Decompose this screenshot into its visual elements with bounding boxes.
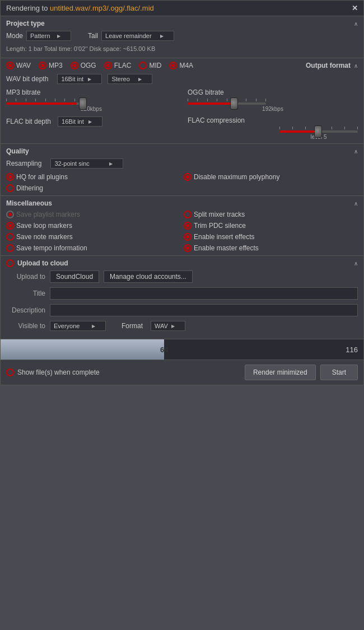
manage-accounts-button[interactable]: Manage cloud accounts...	[104, 270, 193, 283]
show-files-label: Show file(s) when complete	[17, 368, 100, 376]
mp3-slider-thumb[interactable]	[79, 97, 87, 110]
save-loop-markers-label: Save loop markers	[16, 222, 72, 230]
stereo-dropdown[interactable]: Stereo	[108, 74, 152, 84]
show-files-toggle[interactable]	[6, 368, 14, 376]
filename-text: untitled.wav/.mp3/.ogg/.flac/.mid	[50, 4, 154, 12]
enable-master-radio[interactable]	[184, 244, 192, 252]
output-format-header: WAV MP3 OGG FLAC MID	[6, 62, 358, 69]
save-playlist-markers-label: Save playlist markers	[16, 211, 80, 218]
quality-chevron[interactable]: ∧	[354, 148, 358, 155]
ogg-slider-thumb[interactable]	[230, 97, 238, 110]
bottom-buttons: Render minimized Start	[245, 365, 358, 380]
ogg-bitrate-label: OGG bitrate	[188, 88, 224, 96]
disable-polyphony-option[interactable]: Disable maximum polyphony	[184, 173, 358, 181]
save-note-markers-radio[interactable]	[6, 233, 14, 241]
soundcloud-button[interactable]: SoundCloud	[50, 270, 99, 283]
dithering-radio[interactable]	[6, 184, 14, 192]
tail-value: Leave remainder	[105, 32, 152, 39]
disable-polyphony-label: Disable maximum polyphony	[194, 173, 279, 181]
save-playlist-markers-option[interactable]: Save playlist markers	[6, 211, 180, 218]
upload-title: Upload to cloud	[17, 259, 68, 267]
flac-bit-depth-value: 16Bit int	[62, 118, 84, 125]
mp3-label: MP3	[49, 62, 63, 69]
window-title: Rendering to untitled.wav/.mp3/.ogg/.fla…	[6, 4, 154, 12]
trim-pdc-radio[interactable]	[184, 222, 192, 230]
dithering-label: Dithering	[16, 184, 43, 192]
disable-polyphony-radio[interactable]	[184, 173, 192, 181]
quality-title: Quality	[6, 147, 29, 155]
save-note-markers-option[interactable]: Save note markers	[6, 233, 180, 241]
wav-bit-depth-dropdown[interactable]: 16Bit int	[57, 74, 102, 84]
bottom-bar: Show file(s) when complete Render minimi…	[1, 360, 363, 385]
mp3-bitrate-group: MP3 bitrate	[6, 88, 176, 112]
output-format-section: WAV MP3 OGG FLAC MID	[1, 58, 363, 144]
quality-options: HQ for all plugins Disable maximum polyp…	[6, 173, 358, 192]
wav-label: WAV	[16, 62, 31, 69]
tail-dropdown[interactable]: Leave remainder	[101, 31, 174, 41]
mid-radio[interactable]	[139, 62, 147, 69]
format-dropdown[interactable]: WAV	[151, 321, 185, 331]
save-loop-markers-radio[interactable]	[6, 222, 14, 230]
mp3-bitrate-value: 320kbps	[6, 106, 176, 112]
start-button[interactable]: Start	[320, 365, 358, 380]
ogg-bitrate-value: 192kbps	[188, 106, 358, 112]
output-format-chevron[interactable]: ∧	[354, 63, 358, 69]
split-mixer-option[interactable]: Split mixer tracks	[184, 211, 358, 218]
description-input[interactable]	[50, 304, 358, 316]
save-playlist-markers-radio[interactable]	[6, 211, 14, 218]
flac-radio[interactable]	[104, 62, 112, 69]
ogg-radio[interactable]	[71, 62, 78, 69]
tail-label: Tail	[88, 32, 98, 40]
mode-value: Pattern	[30, 32, 50, 39]
ogg-slider-track[interactable]	[188, 102, 266, 105]
enable-insert-label: Enable insert effects	[194, 233, 255, 241]
flac-bit-depth-label: FLAC bit depth	[6, 118, 51, 125]
flac-slider-thumb[interactable]	[314, 125, 322, 138]
title-bar: Rendering to untitled.wav/.mp3/.ogg/.fla…	[1, 1, 363, 16]
bottom-left: Show file(s) when complete	[6, 368, 100, 376]
quality-header: Quality ∧	[6, 147, 358, 155]
close-button[interactable]: ✕	[352, 4, 358, 12]
flac-bit-depth-dropdown[interactable]: 16Bit int	[58, 116, 102, 127]
save-tempo-radio[interactable]	[6, 244, 14, 252]
save-loop-markers-option[interactable]: Save loop markers	[6, 222, 180, 230]
mode-dropdown[interactable]: Pattern	[26, 31, 71, 41]
hq-plugins-option[interactable]: HQ for all plugins	[6, 173, 180, 181]
split-mixer-radio[interactable]	[184, 211, 192, 218]
mode-label: Mode	[6, 32, 23, 40]
misc-chevron[interactable]: ∧	[354, 200, 358, 207]
m4a-radio[interactable]	[169, 62, 177, 69]
project-type-chevron[interactable]: ∧	[354, 21, 358, 27]
wav-bit-depth-label: WAV bit depth	[6, 75, 48, 83]
flac-slider-track[interactable]	[279, 130, 358, 133]
enable-master-option[interactable]: Enable master effects	[184, 244, 358, 252]
title-input[interactable]	[50, 287, 358, 300]
mp3-radio[interactable]	[39, 62, 46, 69]
upload-chevron[interactable]: ∧	[354, 260, 358, 267]
flac-compression-label: FLAC compression	[188, 116, 245, 124]
mp3-slider-track[interactable]	[6, 102, 85, 105]
format-ogg[interactable]: OGG	[71, 62, 96, 69]
format-mp3[interactable]: MP3	[39, 62, 63, 69]
project-type-section: Project type ∧ Mode Pattern Tail Leave r…	[1, 16, 363, 58]
format-wav[interactable]: WAV	[6, 62, 31, 69]
flac-compression-group: FLAC compression	[188, 116, 358, 140]
trim-pdc-option[interactable]: Trim PDC silence	[184, 222, 358, 230]
save-tempo-option[interactable]: Save tempo information	[6, 244, 180, 252]
render-minimized-button[interactable]: Render minimized	[245, 365, 316, 380]
hq-plugins-radio[interactable]	[6, 173, 14, 181]
resampling-dropdown[interactable]: 32-point sinc	[50, 158, 123, 169]
upload-toggle[interactable]	[6, 259, 14, 267]
enable-insert-option[interactable]: Enable insert effects	[184, 233, 358, 241]
dithering-option[interactable]: Dithering	[6, 184, 180, 192]
wav-bit-depth-value: 16Bit int	[61, 76, 83, 82]
visible-to-dropdown[interactable]: Everyone	[50, 321, 106, 331]
format-m4a[interactable]: M4A	[169, 62, 193, 69]
format-flac[interactable]: FLAC	[104, 62, 132, 69]
enable-insert-radio[interactable]	[184, 233, 192, 241]
wav-radio[interactable]	[6, 62, 14, 69]
format-mid[interactable]: MID	[139, 62, 161, 69]
progress-bar	[1, 339, 164, 360]
quality-section: Quality ∧ Resampling 32-point sinc HQ fo…	[1, 144, 363, 196]
misc-left-col: Save playlist markers Save loop markers …	[6, 211, 180, 252]
